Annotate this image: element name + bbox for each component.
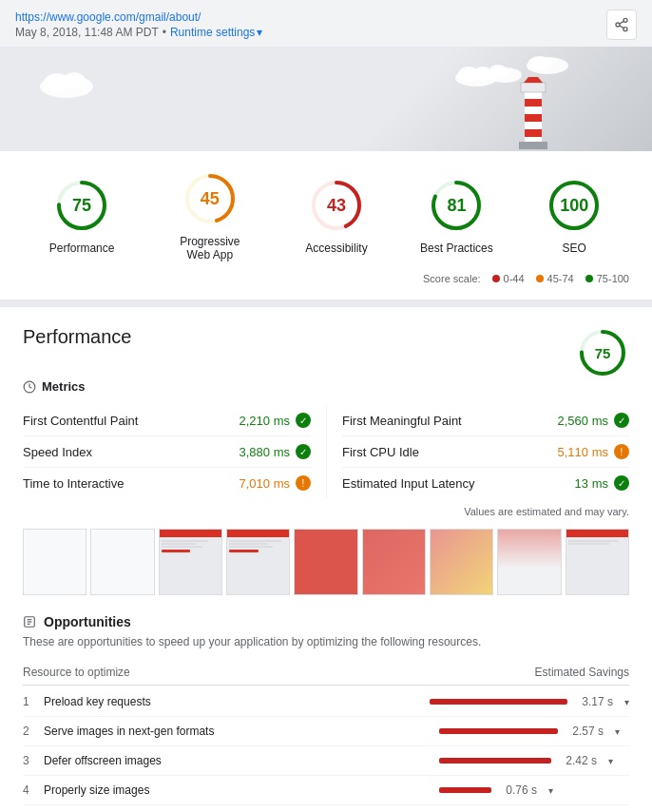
svg-rect-18 — [525, 129, 542, 137]
filmstrip — [23, 529, 629, 595]
status-icon-input-latency: ✓ — [614, 475, 629, 491]
opp-bar-area-1: 3.17 s ▾ — [430, 695, 629, 708]
metric-cpu-idle: First CPU Idle 5,110 ms ! — [342, 436, 629, 468]
metric-speed-index: Speed Index 3,880 ms ✓ — [23, 436, 311, 468]
chevron-down-icon: ▾ — [257, 26, 262, 39]
score-value-performance: 75 — [72, 196, 91, 216]
status-icon-cpu-idle: ! — [614, 444, 629, 459]
score-pwa: 45 Progressive Web App — [167, 170, 253, 261]
clock-icon — [23, 380, 36, 394]
opportunities-icon — [23, 615, 36, 628]
score-scale: Score scale: 0-44 45-74 75-100 — [23, 273, 629, 288]
lighthouse-icon — [490, 56, 576, 151]
film-frame-3 — [159, 529, 222, 595]
chevron-icon-2: ▾ — [615, 726, 620, 737]
opp-bar-3 — [439, 758, 551, 764]
metric-value-speed-index: 3,880 ms ✓ — [240, 444, 311, 459]
perf-score-value: 75 — [595, 345, 611, 361]
cloud-left-icon — [38, 66, 95, 99]
scale-dot-red — [492, 275, 500, 282]
scale-dot-orange — [536, 275, 544, 282]
opp-bar-area-2: 2.57 s ▾ — [439, 725, 629, 738]
film-frame-5 — [294, 529, 357, 595]
svg-point-7 — [63, 72, 86, 89]
runtime-settings-link[interactable]: Runtime settings ▾ — [170, 26, 262, 39]
performance-section: Performance 75 Metrics First Contentful … — [0, 307, 652, 812]
status-icon-fcp: ✓ — [296, 413, 311, 428]
svg-point-0 — [623, 18, 627, 22]
perf-score-circle: 75 — [576, 326, 629, 379]
score-value-pwa: 45 — [201, 189, 220, 209]
chevron-icon-1: ▾ — [624, 697, 629, 707]
score-circle-accessibility: 43 — [308, 177, 365, 234]
film-frame-7 — [430, 529, 493, 595]
status-icon-speed-index: ✓ — [296, 444, 311, 459]
metric-fmp: First Meaningful Paint 2,560 ms ✓ — [342, 405, 629, 436]
metric-value-input-latency: 13 ms ✓ — [575, 475, 629, 491]
metrics-grid: First Contentful Paint 2,210 ms ✓ Speed … — [23, 405, 629, 498]
status-icon-fmp: ✓ — [614, 413, 629, 428]
performance-title: Performance — [23, 326, 132, 348]
film-frame-8 — [497, 529, 561, 595]
opp-bar-4 — [439, 787, 491, 793]
score-accessibility: 43 Accessibility — [305, 177, 367, 255]
film-frame-2 — [90, 529, 154, 595]
status-icon-tti: ! — [296, 475, 311, 491]
svg-point-2 — [623, 28, 627, 31]
metric-fcp: First Contentful Paint 2,210 ms ✓ — [23, 405, 311, 436]
opportunities-table-header: Resource to optimize Estimated Savings — [23, 660, 629, 686]
svg-point-1 — [616, 23, 620, 27]
opp-bar-area-4: 0.76 s ▾ — [439, 783, 629, 797]
score-label-seo: SEO — [563, 242, 586, 255]
score-label-performance: Performance — [49, 242, 115, 255]
metric-value-tti: 7,010 ms ! — [240, 475, 311, 491]
svg-rect-21 — [519, 142, 547, 149]
score-performance: 75 Performance — [49, 177, 115, 255]
film-frame-1 — [23, 529, 86, 595]
svg-marker-20 — [524, 77, 543, 83]
score-value-seo: 100 — [560, 196, 588, 216]
opportunities-header: Opportunities — [23, 614, 629, 629]
metrics-header: Metrics — [23, 379, 629, 394]
scale-dot-green — [585, 275, 593, 282]
header-meta: May 8, 2018, 11:48 AM PDT • Runtime sett… — [15, 26, 637, 39]
page-header: https://www.google.com/gmail/about/ May … — [0, 0, 652, 47]
chevron-icon-3: ▾ — [608, 756, 613, 766]
opp-row-2[interactable]: 2 Serve images in next-gen formats 2.57 … — [23, 717, 629, 746]
scale-item-red: 0-44 — [492, 273, 525, 284]
opportunities-description: These are opportunities to speed up your… — [23, 635, 629, 648]
score-seo: 100 SEO — [546, 177, 603, 255]
metric-value-fmp: 2,560 ms ✓ — [558, 413, 629, 428]
score-circle-pwa: 45 — [182, 170, 239, 227]
film-frame-9 — [566, 529, 629, 595]
score-circle-performance: 75 — [53, 177, 110, 234]
metrics-col-left: First Contentful Paint 2,210 ms ✓ Speed … — [23, 405, 326, 498]
scores-card: 75 Performance 45 Progressive Web App 43 — [0, 151, 652, 300]
svg-point-14 — [528, 56, 551, 69]
opportunities-section: Opportunities These are opportunities to… — [23, 614, 629, 812]
score-circle-seo: 100 — [546, 177, 603, 234]
scale-item-green: 75-100 — [585, 273, 629, 284]
share-button[interactable] — [606, 10, 637, 40]
opp-row-5[interactable]: 5 Eliminate render-blocking resources 0.… — [23, 805, 629, 812]
svg-line-3 — [620, 26, 624, 29]
page-url[interactable]: https://www.google.com/gmail/about/ — [15, 10, 201, 24]
score-label-accessibility: Accessibility — [305, 242, 367, 255]
svg-line-4 — [620, 21, 624, 24]
film-frame-4 — [226, 529, 290, 595]
metric-input-latency: Estimated Input Latency 13 ms ✓ — [342, 468, 629, 498]
lighthouse-hero — [0, 47, 652, 151]
opp-row-1[interactable]: 1 Preload key requests 3.17 s ▾ — [23, 687, 629, 717]
timestamp: May 8, 2018, 11:48 AM PDT — [15, 26, 159, 39]
metric-value-fcp: 2,210 ms ✓ — [240, 413, 311, 428]
score-value-accessibility: 43 — [327, 196, 346, 216]
opp-row-3[interactable]: 3 Defer offscreen images 2.42 s ▾ — [23, 746, 629, 776]
metrics-note: Values are estimated and may vary. — [23, 506, 629, 517]
metrics-label: Metrics — [23, 379, 86, 394]
svg-rect-16 — [525, 99, 542, 106]
metrics-col-right: First Meaningful Paint 2,560 ms ✓ First … — [326, 405, 629, 498]
opp-bar-1 — [430, 699, 567, 705]
scores-row: 75 Performance 45 Progressive Web App 43 — [23, 170, 629, 261]
svg-rect-19 — [521, 83, 546, 92]
opp-row-4[interactable]: 4 Properly size images 0.76 s ▾ — [23, 776, 629, 805]
